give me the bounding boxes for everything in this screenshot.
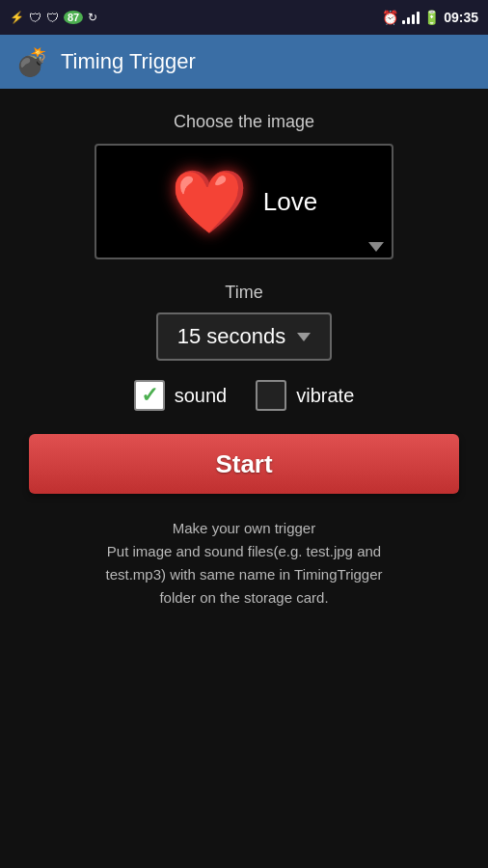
time-label: Time — [225, 283, 262, 303]
usb-icon: ⚡ — [10, 11, 24, 24]
time-value: 15 seconds — [177, 324, 286, 349]
choose-image-label: Choose the image — [174, 112, 314, 132]
status-right: ⏰ 🔋 09:35 — [382, 10, 478, 25]
status-icons: ⚡ 🛡 🛡 87 ↻ — [10, 11, 97, 25]
checkboxes-row: ✓ sound vibrate — [134, 380, 355, 411]
info-line3: test.mp3) with same name in TimingTrigge… — [105, 563, 382, 586]
sound-checkbox[interactable]: ✓ — [134, 380, 165, 411]
vibrate-checkbox-item[interactable]: vibrate — [256, 380, 354, 411]
clock-display: 09:35 — [444, 10, 478, 25]
sound-label: sound — [175, 385, 228, 407]
main-content: Choose the image ❤️ Love Time 15 seconds… — [0, 89, 488, 629]
info-line2: Put image and sound files(e.g. test.jpg … — [105, 540, 382, 563]
title-bar: 💣 Timing Trigger — [0, 35, 488, 89]
badge-icon: 87 — [64, 11, 83, 24]
info-text: Make your own trigger Put image and soun… — [95, 517, 392, 610]
app-title: Timing Trigger — [61, 49, 196, 74]
arrow-icon: ↻ — [88, 11, 97, 24]
shield1-icon: 🛡 — [29, 11, 41, 25]
vibrate-label: vibrate — [296, 385, 354, 407]
shield2-icon: 🛡 — [46, 11, 59, 25]
start-button[interactable]: Start — [29, 434, 459, 494]
image-preview: ❤️ Love — [171, 166, 317, 238]
vibrate-checkbox[interactable] — [256, 380, 286, 411]
time-input[interactable]: 15 seconds — [156, 312, 333, 361]
info-line4: folder on the storage card. — [105, 586, 382, 610]
heart-icon: ❤️ — [171, 166, 248, 238]
alarm-icon: ⏰ — [382, 10, 398, 25]
app-icon: 💣 — [15, 46, 49, 78]
time-section: Time 15 seconds — [19, 283, 469, 361]
image-dropdown-arrow — [368, 242, 384, 252]
sound-checkbox-item[interactable]: ✓ sound — [134, 380, 228, 411]
image-chooser[interactable]: ❤️ Love — [95, 144, 393, 259]
time-dropdown-arrow — [297, 333, 311, 341]
status-bar: ⚡ 🛡 🛡 87 ↻ ⏰ 🔋 09:35 — [0, 0, 488, 35]
image-name: Love — [263, 187, 317, 217]
sound-checkmark: ✓ — [141, 385, 158, 406]
signal-bars — [402, 11, 420, 24]
info-line1: Make your own trigger — [105, 517, 382, 540]
battery-icon: 🔋 — [423, 10, 440, 25]
